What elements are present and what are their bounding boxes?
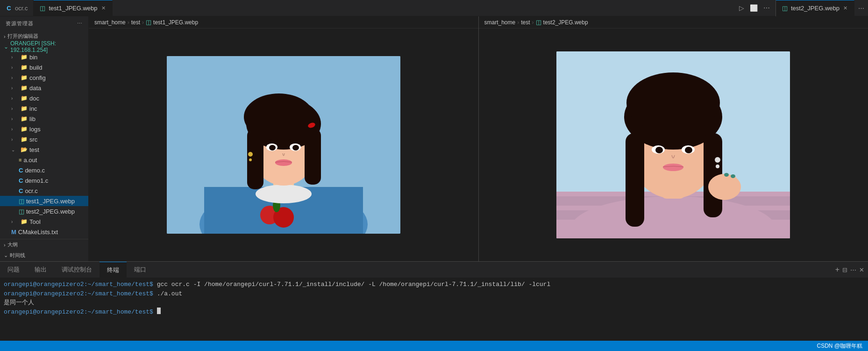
file-icon-cmake: M bbox=[11, 229, 16, 236]
outline-label: 大纲 bbox=[7, 241, 18, 248]
sidebar-label-bin: bin bbox=[29, 54, 37, 61]
run-button[interactable]: ▷ bbox=[737, 2, 746, 14]
terminal-split-button[interactable]: ⊟ bbox=[842, 266, 847, 273]
bc2-test[interactable]: test bbox=[521, 19, 530, 26]
bc2-smart-home[interactable]: smart_home bbox=[484, 19, 516, 26]
bc-test[interactable]: test bbox=[131, 19, 140, 26]
sidebar-item-demo-c[interactable]: C demo.c bbox=[0, 165, 88, 175]
main-area: 资源管理器 ⋯ › 打开的编辑器 ⌄ ORANGEPI [SSH: 192.16… bbox=[0, 16, 868, 261]
tab-ocr-c-label: ocr.c bbox=[15, 5, 28, 12]
terminal-more-button[interactable]: ⋯ bbox=[850, 266, 856, 273]
panel-tab-terminal[interactable]: 终端 bbox=[100, 262, 127, 278]
folder-icon-bin: 📁 bbox=[21, 54, 28, 60]
bc2-sep1: › bbox=[517, 19, 519, 26]
svg-point-40 bbox=[724, 173, 729, 177]
svg-point-17 bbox=[292, 145, 299, 150]
image-placeholder-right bbox=[556, 51, 790, 238]
bc-test1-webp[interactable]: ◫ test1_JPEG.webp bbox=[146, 19, 198, 26]
sidebar-item-inc[interactable]: › 📁 inc bbox=[0, 103, 88, 114]
terminal-line-3: 是同一个人 bbox=[4, 298, 765, 308]
sidebar-label-lib: lib bbox=[29, 115, 36, 122]
sidebar-item-lib[interactable]: › 📁 lib bbox=[0, 114, 88, 124]
bc2-webp-icon: ◫ bbox=[536, 19, 541, 26]
terminal-cmd-3[interactable] bbox=[153, 308, 157, 317]
remote-section[interactable]: ⌄ ORANGEPI [SSH: 192.168.1.254] bbox=[0, 42, 88, 52]
panel-tab-output[interactable]: 输出 bbox=[27, 262, 54, 278]
sidebar-item-demo1-c[interactable]: C demo1.c bbox=[0, 175, 88, 186]
sidebar-item-build[interactable]: › 📁 build bbox=[0, 62, 88, 72]
svg-point-41 bbox=[731, 174, 735, 178]
svg-point-7 bbox=[256, 185, 312, 203]
tab-test1-webp[interactable]: ◫ test1_JPEG.webp ✕ bbox=[34, 0, 112, 16]
sidebar-item-config[interactable]: › 📁 config bbox=[0, 72, 88, 83]
panel-tab-output-label: 输出 bbox=[35, 265, 47, 274]
image-placeholder-left bbox=[167, 56, 400, 234]
sidebar-header: 资源管理器 ⋯ bbox=[0, 16, 88, 31]
terminal-cmd-2: ./a.out bbox=[153, 289, 182, 299]
folder-arrow-data: › bbox=[11, 86, 19, 91]
folder-arrow-bin: › bbox=[11, 55, 19, 60]
terminal-add-button[interactable]: + bbox=[835, 265, 840, 274]
image-view-right bbox=[479, 29, 868, 261]
sidebar-label-ocr-c: ocr.c bbox=[25, 187, 37, 194]
open-editors-label: 打开的编辑器 bbox=[7, 33, 38, 40]
sidebar-item-doc[interactable]: › 📁 doc bbox=[0, 93, 88, 103]
sidebar-item-bin[interactable]: › 📁 bin bbox=[0, 52, 88, 62]
panel-tab-debug[interactable]: 调试控制台 bbox=[54, 262, 100, 278]
folder-arrow-test: ⌄ bbox=[11, 147, 19, 152]
bc2-sep2: › bbox=[532, 19, 534, 26]
split-editor-button[interactable]: ⬜ bbox=[748, 2, 760, 14]
folder-icon-data: 📁 bbox=[21, 85, 28, 91]
sidebar-item-ocr-c[interactable]: C ocr.c bbox=[0, 186, 88, 196]
sidebar-label-logs: logs bbox=[29, 126, 41, 133]
open-editors-arrow: › bbox=[4, 34, 6, 39]
sidebar-label-src: src bbox=[29, 136, 37, 143]
sidebar-item-test2-webp[interactable]: ◫ test2_JPEG.webp bbox=[0, 206, 88, 216]
breadcrumb-right: smart_home › test › ◫ test2_JPEG.webp bbox=[479, 16, 868, 29]
folder-icon-tool: 📁 bbox=[21, 218, 28, 225]
csdn-status: CSDN @咖喱年糕 bbox=[811, 342, 868, 350]
panel-tab-ports[interactable]: 端口 bbox=[127, 262, 154, 278]
bc-sep1: › bbox=[128, 19, 129, 26]
svg-point-19 bbox=[248, 152, 253, 157]
sidebar-item-a-out[interactable]: ≡ a.out bbox=[0, 155, 88, 165]
bc2-test2-webp[interactable]: ◫ test2_JPEG.webp bbox=[536, 19, 588, 26]
svg-point-18 bbox=[275, 159, 292, 166]
folder-icon-doc: 📁 bbox=[21, 95, 28, 101]
tab-ocr-c[interactable]: C ocr.c bbox=[0, 0, 34, 16]
pane2-more-button[interactable]: ⋯ bbox=[854, 5, 868, 12]
terminal-line-4: orangepi@orangepizero2:~/smart_home/test… bbox=[4, 308, 765, 317]
webp-file-icon-1: ◫ bbox=[39, 5, 46, 12]
sidebar-label-tool: Tool bbox=[29, 218, 41, 225]
timeline-section[interactable]: ⌄ 时间线 bbox=[0, 250, 88, 261]
sidebar-item-cmake[interactable]: M CMakeLists.txt bbox=[0, 227, 88, 237]
terminal-close-button[interactable]: ✕ bbox=[859, 266, 864, 273]
breadcrumb-left: smart_home › test › ◫ test1_JPEG.webp bbox=[89, 16, 478, 29]
terminal-line-2: orangepi@orangepizero2:~/smart_home/test… bbox=[4, 289, 765, 299]
svg-rect-29 bbox=[626, 133, 644, 227]
csdn-label: CSDN @咖喱年糕 bbox=[817, 342, 862, 350]
panel-tab-issues[interactable]: 问题 bbox=[0, 262, 27, 278]
tab-test2-close[interactable]: ✕ bbox=[842, 4, 848, 12]
bc-smart-home[interactable]: smart_home bbox=[94, 19, 126, 26]
outline-section[interactable]: › 大纲 bbox=[0, 239, 88, 250]
sidebar-item-tool[interactable]: › 📁 Tool bbox=[0, 216, 88, 227]
folder-arrow-build: › bbox=[11, 65, 19, 70]
sidebar-label-build: build bbox=[29, 64, 42, 71]
tab-bar-more-button[interactable]: ⋯ bbox=[761, 2, 772, 14]
sidebar-label-test2-webp: test2_JPEG.webp bbox=[26, 208, 75, 215]
sidebar-item-test[interactable]: ⌄ 📂 test bbox=[0, 144, 88, 155]
svg-rect-11 bbox=[305, 129, 321, 185]
sidebar-item-data[interactable]: › 📁 data bbox=[0, 83, 88, 93]
sidebar-label-inc: inc bbox=[29, 105, 37, 112]
tab-test2-webp[interactable]: ◫ test2_JPEG.webp ✕ bbox=[776, 0, 854, 16]
sidebar-item-test1-webp[interactable]: ◫ test1_JPEG.webp bbox=[0, 196, 88, 206]
sidebar-item-logs[interactable]: › 📁 logs bbox=[0, 124, 88, 134]
editor-split: smart_home › test › ◫ test1_JPEG.webp bbox=[89, 16, 868, 261]
svg-point-35 bbox=[685, 147, 692, 153]
sidebar-more-button[interactable]: ⋯ bbox=[77, 21, 83, 27]
tab-test1-close[interactable]: ✕ bbox=[100, 4, 107, 12]
bc-webp-icon: ◫ bbox=[146, 19, 151, 26]
sidebar-label-data: data bbox=[29, 85, 41, 92]
sidebar-item-src[interactable]: › 📁 src bbox=[0, 134, 88, 144]
